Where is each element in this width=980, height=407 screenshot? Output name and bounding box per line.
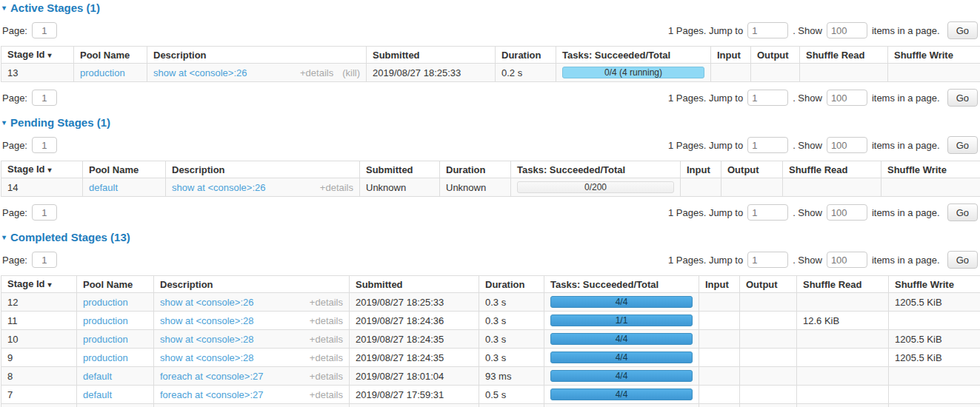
details-toggle[interactable]: +details: [310, 389, 343, 400]
column-header-output[interactable]: Output: [740, 276, 797, 293]
column-header-shuffle-write[interactable]: Shuffle Write: [881, 161, 980, 178]
pool-name-link[interactable]: default: [83, 371, 112, 382]
column-header-submitted[interactable]: Submitted: [367, 47, 496, 64]
column-header-stage-id[interactable]: Stage Id▾: [1, 276, 77, 293]
jump-to-page-input[interactable]: [747, 204, 788, 221]
pool-name-link[interactable]: production: [83, 315, 128, 326]
jump-to-page-input[interactable]: [747, 90, 788, 106]
section-heading-active-stages[interactable]: ▾Active Stages (1): [2, 1, 979, 14]
collapse-arrow-icon: ▾: [2, 119, 6, 127]
column-header-shuffle-write[interactable]: Shuffle Write: [888, 47, 980, 64]
description-link[interactable]: foreach at <console>:27: [160, 371, 264, 382]
column-header-pool-name[interactable]: Pool Name: [74, 47, 147, 64]
description-link[interactable]: foreach at <console>:27: [160, 389, 264, 400]
pages-count-text: 1 Pages. Jump to: [668, 92, 743, 104]
show-items-input[interactable]: [827, 90, 867, 106]
cell-input: [699, 367, 740, 386]
cell-submitted: 2019/08/27 18:24:36: [350, 312, 479, 330]
column-header-output[interactable]: Output: [751, 47, 800, 64]
page-number-input[interactable]: [32, 252, 57, 268]
page-number-input[interactable]: [32, 137, 57, 153]
column-header-label: Output: [757, 50, 789, 61]
description-link[interactable]: show at <console>:26: [172, 182, 265, 193]
show-items-input[interactable]: [827, 137, 867, 153]
details-toggle[interactable]: +details: [310, 352, 343, 363]
column-header-tasks-succeeded-total[interactable]: Tasks: Succeeded/Total: [556, 47, 711, 64]
column-header-tasks-succeeded-total[interactable]: Tasks: Succeeded/Total: [511, 161, 681, 178]
details-toggle[interactable]: +details: [310, 297, 343, 308]
go-button[interactable]: Go: [947, 204, 978, 221]
go-button[interactable]: Go: [947, 251, 978, 269]
table-row: 14defaultshow at <console>:26+detailsUnk…: [1, 178, 980, 197]
pool-name-link[interactable]: production: [83, 334, 128, 345]
pages-count-text: 1 Pages. Jump to: [668, 255, 743, 266]
cell-stage-id: 14: [1, 178, 83, 197]
details-toggle[interactable]: +details: [320, 182, 353, 193]
description-link[interactable]: show at <console>:28: [160, 334, 253, 345]
pool-name-link[interactable]: default: [83, 389, 112, 400]
description-link[interactable]: show at <console>:26: [153, 67, 247, 78]
column-header-description[interactable]: Description: [166, 161, 360, 178]
show-items-input[interactable]: [827, 252, 867, 268]
column-header-duration[interactable]: Duration: [496, 47, 556, 64]
cell-shuffle-write: 1205.5 KiB: [889, 349, 980, 367]
kill-link[interactable]: (kill): [342, 67, 360, 78]
column-header-description[interactable]: Description: [154, 276, 350, 293]
jump-to-page-input[interactable]: [747, 22, 788, 38]
description-link[interactable]: show at <console>:26: [160, 297, 253, 308]
cell-submitted: 2019/08/27 17:59:31: [350, 386, 479, 404]
column-header-shuffle-read[interactable]: Shuffle Read: [800, 47, 888, 64]
column-header-label: Description: [160, 279, 213, 290]
cell-submitted: 2019/08/27 18:24:35: [350, 330, 479, 349]
column-header-submitted[interactable]: Submitted: [360, 161, 440, 178]
column-header-shuffle-read[interactable]: Shuffle Read: [783, 161, 881, 178]
sort-descending-icon: ▾: [48, 166, 52, 174]
pages-count-text: 1 Pages. Jump to: [668, 140, 743, 151]
page-number-input[interactable]: [32, 204, 57, 221]
column-header-stage-id[interactable]: Stage Id▾: [1, 161, 83, 178]
items-per-page-text: items in a page.: [872, 25, 940, 36]
cell-description: show at <console>:26+details(kill): [147, 64, 367, 82]
cell-tasks: 4/4: [544, 367, 699, 386]
column-header-shuffle-write[interactable]: Shuffle Write: [889, 276, 980, 293]
page-number-input[interactable]: [32, 90, 57, 106]
go-button[interactable]: Go: [947, 21, 978, 39]
column-header-duration[interactable]: Duration: [479, 276, 544, 293]
details-toggle[interactable]: +details: [300, 67, 333, 78]
details-toggle[interactable]: +details: [310, 371, 343, 382]
sort-descending-icon: ▾: [48, 51, 52, 59]
column-header-pool-name[interactable]: Pool Name: [83, 161, 166, 178]
column-header-description[interactable]: Description: [147, 47, 367, 64]
go-button[interactable]: Go: [947, 89, 978, 107]
column-header-input[interactable]: Input: [681, 161, 721, 178]
show-items-input[interactable]: [827, 204, 867, 221]
page-number-input[interactable]: [32, 22, 57, 38]
details-toggle[interactable]: +details: [310, 334, 343, 345]
jump-to-page-input[interactable]: [747, 137, 788, 153]
column-header-input[interactable]: Input: [699, 276, 740, 293]
column-header-shuffle-read[interactable]: Shuffle Read: [797, 276, 889, 293]
column-header-duration[interactable]: Duration: [440, 161, 511, 178]
tasks-progress-bar: 4/4: [550, 370, 693, 382]
column-header-label: Pool Name: [83, 279, 133, 290]
column-header-submitted[interactable]: Submitted: [350, 276, 479, 293]
show-items-input[interactable]: [827, 22, 867, 38]
section-active-stages: ▾Active Stages (1)Page:1 Pages. Jump to.…: [1, 1, 979, 107]
pool-name-link[interactable]: production: [83, 352, 128, 363]
column-header-output[interactable]: Output: [721, 161, 783, 178]
column-header-input[interactable]: Input: [711, 47, 751, 64]
jump-to-page-input[interactable]: [747, 252, 788, 268]
section-heading-pending-stages[interactable]: ▾Pending Stages (1): [2, 116, 979, 129]
go-button[interactable]: Go: [947, 136, 978, 154]
pool-name-link[interactable]: default: [89, 182, 118, 193]
column-header-tasks-succeeded-total[interactable]: Tasks: Succeeded/Total: [544, 276, 699, 293]
column-header-stage-id[interactable]: Stage Id▾: [1, 47, 74, 64]
show-text: . Show: [793, 140, 822, 151]
column-header-pool-name[interactable]: Pool Name: [77, 276, 154, 293]
section-heading-completed-stages[interactable]: ▾Completed Stages (13): [2, 231, 979, 243]
pool-name-link[interactable]: production: [83, 297, 128, 308]
pool-name-link[interactable]: production: [80, 67, 125, 78]
details-toggle[interactable]: +details: [310, 315, 343, 326]
description-link[interactable]: show at <console>:28: [160, 352, 253, 363]
description-link[interactable]: show at <console>:28: [160, 315, 253, 326]
